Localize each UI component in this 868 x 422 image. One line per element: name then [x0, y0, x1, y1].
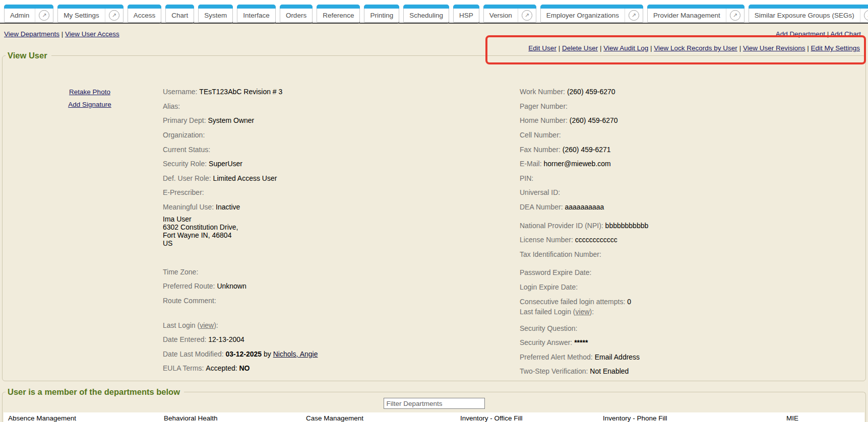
field-value: 12-13-2004: [208, 335, 244, 343]
tab-scheduling[interactable]: Scheduling: [403, 5, 449, 23]
field-label: Date Entered:: [163, 335, 208, 343]
field-value: TEsT123AbC Revision # 3: [199, 88, 282, 96]
tab-label: Employer Organizations: [541, 9, 625, 22]
tab-chart[interactable]: Chart: [165, 5, 194, 23]
tab-external-segment[interactable]: ↗: [518, 9, 536, 22]
field-label: Date Last Modified:: [163, 350, 226, 358]
field-label: Last Login (: [163, 321, 200, 329]
action-edit-my-settings[interactable]: Edit My Settings: [811, 44, 860, 52]
tab-label: Orders: [280, 9, 312, 22]
tab-employer-organizations[interactable]: Employer Organizations↗: [540, 5, 643, 23]
external-link-icon: ↗: [39, 10, 49, 21]
department-case-management[interactable]: Case Management: [306, 414, 460, 422]
field-row: Current Status:: [163, 142, 318, 157]
field-label: Cell Number:: [520, 131, 561, 139]
action-view-audit-log[interactable]: View Audit Log: [603, 44, 648, 52]
link-view-departments[interactable]: View Departments: [4, 30, 59, 38]
link-view-user-access[interactable]: View User Access: [65, 30, 119, 38]
inline-link-view[interactable]: view: [200, 321, 214, 329]
action-view-user-revisions[interactable]: View User Revisions: [743, 44, 805, 52]
address-line: US: [163, 240, 318, 248]
filter-wrap: [4, 398, 864, 409]
field-row: Consecutive failed login attempts: 0: [520, 297, 648, 307]
field-label: Organization:: [163, 131, 205, 139]
field-value: *****: [574, 338, 588, 346]
filter-departments-input[interactable]: [384, 398, 485, 409]
field-row: Date Last Modified: 03-12-2025 by Nichol…: [163, 347, 318, 362]
field-row: Last Login (view):: [163, 318, 318, 332]
tab-external-segment[interactable]: ↗: [726, 9, 744, 22]
field-label: Universal ID:: [520, 188, 560, 196]
field-label: Security Answer:: [520, 338, 574, 346]
tab-label: Reference: [317, 9, 359, 22]
link-add-signature[interactable]: Add Signature: [68, 98, 111, 111]
tab-external-segment[interactable]: ↗: [35, 9, 53, 22]
field-row: Universal ID:: [520, 185, 648, 200]
tab-version[interactable]: Version↗: [483, 5, 536, 23]
section-title: View User: [6, 51, 51, 60]
field-label: Password Expire Date:: [520, 268, 591, 276]
field-label: Def. User Role:: [163, 174, 213, 182]
departments-section: User is a member of the departments belo…: [2, 387, 866, 422]
tab-hsp[interactable]: HSP: [453, 5, 479, 23]
field-value: Inactive: [216, 203, 240, 211]
field-label: Fax Number:: [520, 146, 563, 154]
tab-access[interactable]: Access: [128, 5, 162, 23]
field-row: Organization:: [163, 128, 318, 143]
photo-links: Retake PhotoAdd Signature: [37, 86, 143, 111]
top-links-row: View Departments | View User Access Add …: [0, 24, 868, 38]
field-label: E-Prescriber:: [163, 188, 204, 196]
address-line: 6302 Constitution Drive,: [163, 224, 318, 232]
link-retake-photo[interactable]: Retake Photo: [69, 86, 110, 98]
action-edit-user[interactable]: Edit User: [528, 44, 556, 52]
link-add-department[interactable]: Add Department: [776, 30, 825, 38]
department-inventory-phone-fill[interactable]: Inventory - Phone Fill: [603, 414, 786, 422]
department-behavioral-health[interactable]: Behavioral Health: [164, 414, 306, 422]
inline-link-nichols-angie[interactable]: Nichols, Angie: [273, 350, 318, 358]
tab-external-segment[interactable]: ↗: [625, 9, 643, 22]
field-label: Pager Number:: [520, 102, 568, 110]
tab-system[interactable]: System: [198, 5, 233, 23]
tab-similar-exposure-groups-segs[interactable]: Similar Exposure Groups (SEGs)↗: [749, 5, 868, 23]
tab-provider-management[interactable]: Provider Management↗: [647, 5, 745, 23]
department-absence-management[interactable]: Absence Management: [8, 414, 164, 422]
field-label: Alias:: [163, 102, 180, 110]
field-row: Fax Number: (260) 459-6271: [520, 142, 648, 157]
department-mie[interactable]: MIE: [786, 414, 864, 422]
field-row: Time Zone:: [163, 265, 318, 279]
tab-my-settings[interactable]: My Settings↗: [57, 5, 123, 23]
field-value: SuperUser: [209, 160, 242, 168]
field-label: Preferred Route:: [163, 282, 217, 290]
field-row: E-Prescriber:: [163, 185, 318, 200]
field-row: Tax Identification Number:: [520, 247, 648, 262]
departments-row: Absence ManagementBehavioral HealthCase …: [4, 412, 864, 422]
content-area: View Departments | View User Access Add …: [0, 24, 868, 422]
tab-printing[interactable]: Printing: [364, 5, 399, 23]
field-label: Last failed Login (: [520, 308, 576, 316]
field-label: Primary Dept:: [163, 116, 208, 124]
action-delete-user[interactable]: Delete User: [562, 44, 598, 52]
tab-external-segment[interactable]: ↗: [105, 9, 123, 22]
tab-label: Interface: [237, 9, 275, 22]
field-label: Time Zone:: [163, 268, 198, 276]
tab-bar: Admin↗My Settings↗AccessChartSystemInter…: [0, 0, 868, 24]
tab-admin[interactable]: Admin↗: [4, 5, 53, 23]
user-fields-column-right: Work Number: (260) 459-6270Pager Number:…: [520, 85, 648, 379]
field-label: Route Comment:: [163, 297, 216, 305]
field-value: (260) 459-6270: [567, 88, 615, 96]
field-row: Username: TEsT123AbC Revision # 3: [163, 85, 318, 99]
inline-link-view[interactable]: view: [576, 308, 590, 316]
department-inventory-office-fill[interactable]: Inventory - Office Fill: [460, 414, 603, 422]
user-fields-column-left: Username: TEsT123AbC Revision # 3Alias:P…: [163, 85, 318, 376]
tab-interface[interactable]: Interface: [237, 5, 276, 23]
field-row: Last failed Login (view):: [520, 307, 648, 317]
field-label: Two-Step Verification:: [520, 367, 590, 375]
tab-reference[interactable]: Reference: [317, 5, 360, 23]
tab-orders[interactable]: Orders: [280, 5, 313, 23]
link-add-chart[interactable]: Add Chart: [830, 30, 861, 38]
action-view-lock-records-by-user[interactable]: View Lock Records by User: [654, 44, 737, 52]
field-row: Pager Number:: [520, 99, 648, 114]
tab-external-segment[interactable]: ↗: [860, 9, 868, 22]
external-link-icon: ↗: [522, 10, 532, 21]
field-label: Meaningful Use:: [163, 203, 216, 211]
